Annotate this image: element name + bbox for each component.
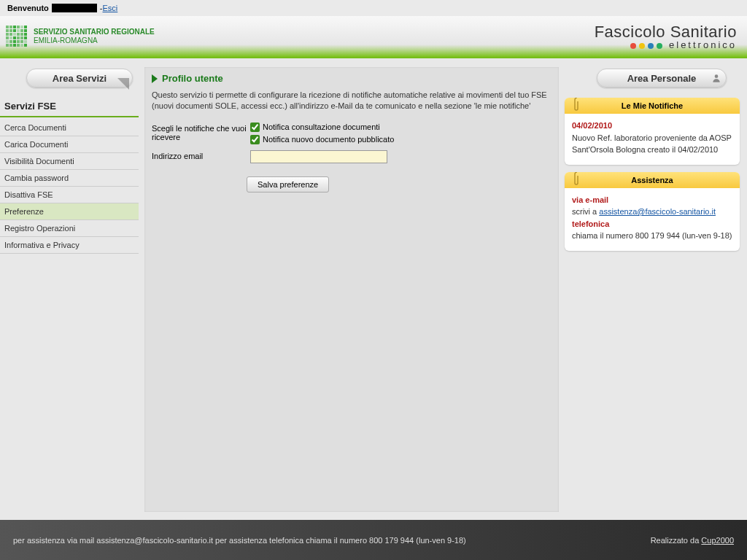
checkbox-consultazione-label: Notifica consultazione documenti — [263, 122, 380, 131]
sidebar-item-informativa-privacy[interactable]: Informativa e Privacy — [0, 237, 139, 254]
page-title: Profilo utente — [152, 73, 551, 84]
sidebar-item-disattiva-fse[interactable]: Disattiva FSE — [0, 187, 139, 203]
sidebar-item-cerca-documenti[interactable]: Cerca Documenti — [0, 120, 139, 136]
header-left: SERVIZIO SANITARIO REGIONALE EMILIA-ROMA… — [6, 26, 155, 47]
area-personale-label: Area Personale — [627, 73, 697, 84]
widget-notifiche-header: Le Mie Notifiche — [565, 98, 740, 114]
footer-right-prefix: Realizzato da — [651, 536, 702, 545]
footer-left: per assistenza via mail assistenza@fasci… — [13, 536, 466, 545]
brand-subtitle: elettronico — [669, 39, 737, 50]
intro-text: Questo servizio ti permette di configura… — [152, 90, 551, 112]
org-name: SERVIZIO SANITARIO REGIONALE EMILIA-ROMA… — [34, 28, 155, 45]
assistenza-phone-text: chiama il numero 800 179 944 (lun-ven 9-… — [572, 230, 732, 242]
header-right: Fascicolo Sanitario elettronico — [595, 24, 737, 50]
email-input[interactable] — [250, 150, 387, 163]
paperclip-icon — [573, 172, 581, 188]
footer-right: Realizzato da Cup2000 — [651, 536, 734, 545]
footer-cup2000-link[interactable]: Cup2000 — [701, 536, 734, 545]
area-servizi-label: Area Servizi — [53, 73, 107, 84]
assistenza-email-prefix: scrivi a — [572, 207, 599, 216]
sidebar-item-visibilita-documenti[interactable]: Visibilità Documenti — [0, 153, 139, 170]
org-line2: EMILIA-ROMAGNA — [34, 36, 155, 45]
widget-assistenza-header: Assistenza — [565, 172, 740, 188]
checkbox-consultazione[interactable]: Notifica consultazione documenti — [250, 122, 394, 132]
top-bar: Benvenuto - Esci — [0, 0, 747, 16]
triangle-icon — [152, 74, 158, 83]
paperclip-icon — [573, 98, 581, 114]
widget-notifiche-title: Le Mie Notifiche — [622, 101, 683, 110]
right-column: Area Personale Le Mie Notifiche 04/02/20… — [565, 66, 740, 512]
page-title-text: Profilo utente — [162, 73, 223, 84]
email-label: Indirizzo email — [152, 150, 250, 160]
widget-assistenza: Assistenza via e-mail scrivi a assistenz… — [565, 172, 740, 251]
assistenza-via-email-label: via e-mail — [572, 194, 732, 206]
choose-notifications-label: Scegli le notifiche che vuoi ricevere — [152, 122, 250, 141]
widget-notifiche: Le Mie Notifiche 04/02/2010 Nuovo Ref. l… — [565, 98, 740, 165]
site-header: SERVIZIO SANITARIO REGIONALE EMILIA-ROMA… — [0, 16, 747, 58]
area-personale-button[interactable]: Area Personale — [597, 69, 727, 88]
area-servizi-button[interactable]: Area Servizi — [26, 69, 133, 88]
sidebar-menu: Cerca Documenti Carica Documenti Visibil… — [0, 120, 139, 254]
brand-title: Fascicolo Sanitario — [595, 24, 737, 40]
regional-logo-icon — [6, 26, 28, 47]
assistenza-telefonica-label: telefonica — [572, 218, 732, 230]
checkbox-nuovo-documento[interactable]: Notifica nuovo documento pubblicato — [250, 135, 394, 144]
left-column: Area Servizi Servizi FSE Cerca Documenti… — [0, 66, 139, 512]
save-preferences-button[interactable]: Salva preferenze — [247, 176, 329, 192]
footer: per assistenza via mail assistenza@fasci… — [0, 520, 747, 560]
notification-text: Nuovo Ref. laboratorio proveniente da AO… — [572, 132, 732, 156]
notification-date: 04/02/2010 — [572, 120, 732, 132]
brand-dots-icon — [630, 43, 662, 49]
logout-link[interactable]: Esci — [103, 4, 118, 12]
sidebar-item-carica-documenti[interactable]: Carica Documenti — [0, 136, 139, 153]
widget-assistenza-body: via e-mail scrivi a assistenza@fascicolo… — [565, 188, 740, 251]
main-panel: Profilo utente Questo servizio ti permet… — [144, 67, 559, 512]
username-redacted — [52, 4, 97, 12]
svg-point-0 — [715, 74, 719, 78]
checkbox-nuovo-documento-label: Notifica nuovo documento pubblicato — [263, 135, 394, 144]
dropdown-corner-icon — [117, 78, 129, 90]
checkbox-nuovo-documento-input[interactable] — [250, 135, 260, 144]
sidebar-item-cambia-password[interactable]: Cambia password — [0, 170, 139, 187]
sidebar-item-preferenze[interactable]: Preferenze — [0, 203, 139, 220]
org-line1: SERVIZIO SANITARIO REGIONALE — [34, 28, 155, 36]
sidebar-item-registro-operazioni[interactable]: Registro Operazioni — [0, 220, 139, 237]
person-icon — [711, 73, 721, 83]
checkbox-consultazione-input[interactable] — [250, 122, 260, 132]
widget-notifiche-body: 04/02/2010 Nuovo Ref. laboratorio proven… — [565, 114, 740, 165]
assistenza-email-link[interactable]: assistenza@fascicolo-sanitario.it — [599, 207, 716, 216]
sidebar-section-title: Servizi FSE — [0, 98, 139, 117]
widget-assistenza-title: Assistenza — [631, 176, 673, 184]
welcome-label: Benvenuto — [7, 4, 49, 12]
